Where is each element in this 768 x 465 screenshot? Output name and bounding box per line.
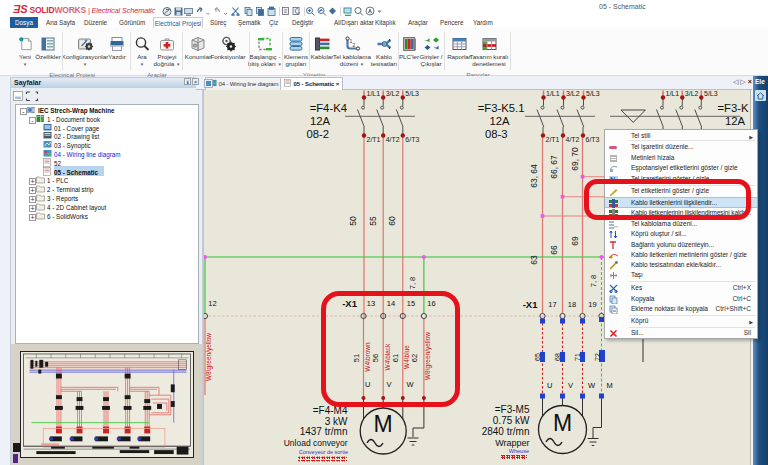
svg-text:5/L3: 5/L3 (405, 90, 419, 97)
svg-text:12A: 12A (310, 115, 331, 127)
svg-text:65: 65 (534, 353, 541, 361)
svg-text:3 kW: 3 kW (325, 416, 348, 427)
svg-text:17: 17 (548, 300, 556, 309)
svg-text:3/L2: 3/L2 (386, 90, 400, 97)
svg-text:V: V (568, 381, 573, 390)
svg-text:M: M (553, 410, 572, 436)
svg-text:12: 12 (208, 299, 216, 308)
svg-text:5/L3: 5/L3 (586, 90, 600, 97)
svg-text:60: 60 (387, 216, 397, 226)
svg-text:12A: 12A (725, 115, 746, 127)
svg-text:2/T1: 2/T1 (367, 136, 381, 143)
svg-text:U: U (547, 381, 552, 390)
svg-text:Conveyeur de sortie: Conveyeur de sortie (299, 449, 348, 455)
svg-text:68: 68 (554, 353, 561, 361)
svg-text:=F3-M5: =F3-M5 (495, 404, 530, 415)
svg-text:3/L2: 3/L2 (685, 90, 699, 97)
svg-text:66: 66 (549, 245, 559, 255)
svg-text:2: 2 (352, 42, 355, 48)
svg-text:50: 50 (348, 216, 358, 226)
svg-text:5/L3: 5/L3 (704, 90, 718, 97)
svg-text:M: M (607, 381, 613, 390)
svg-text:69: 69 (570, 236, 580, 246)
svg-text:7, 8: 7, 8 (408, 277, 417, 290)
svg-text:72: 72 (594, 353, 601, 361)
svg-text:=F4-K4: =F4-K4 (310, 102, 347, 114)
svg-text:=F3-K: =F3-K (717, 102, 749, 114)
svg-text:0.75 kW: 0.75 kW (493, 415, 530, 426)
svg-text:1/L1: 1/L1 (666, 90, 680, 97)
svg-text:4/T2: 4/T2 (566, 136, 580, 143)
svg-text:18: 18 (568, 300, 576, 309)
svg-text:1437 tr/mn: 1437 tr/mn (300, 426, 348, 437)
svg-text:2840 tr/mn: 2840 tr/mn (482, 426, 530, 437)
svg-text:W8\green/yellow: W8\green/yellow (205, 333, 213, 381)
svg-text:Wheuse: Wheuse (509, 448, 529, 454)
svg-text:=F3-K5.1: =F3-K5.1 (478, 102, 525, 114)
svg-text:1/L1: 1/L1 (367, 90, 381, 97)
svg-text:12A: 12A (489, 115, 510, 127)
svg-text:63: 63 (529, 255, 539, 265)
svg-text:-X1: -X1 (523, 299, 539, 310)
svg-text:66, 67: 66, 67 (549, 155, 559, 179)
svg-text:2/T1: 2/T1 (546, 136, 560, 143)
svg-text:4/T2: 4/T2 (386, 136, 400, 143)
svg-text:Wrapper: Wrapper (495, 438, 529, 448)
svg-text:7, 8: 7, 8 (589, 275, 598, 288)
svg-text:M: M (374, 411, 393, 437)
svg-text:W: W (588, 381, 596, 390)
svg-text:1/L1: 1/L1 (546, 90, 560, 97)
svg-text:Unload conveyor: Unload conveyor (284, 438, 348, 448)
svg-text:71: 71 (574, 353, 581, 361)
svg-text:6/T3: 6/T3 (405, 136, 419, 143)
svg-text:↔: ↔ (613, 223, 618, 229)
svg-text:3/L2: 3/L2 (566, 90, 580, 97)
svg-text:63, 64: 63, 64 (529, 164, 539, 188)
svg-text:6/T3: 6/T3 (586, 136, 600, 143)
svg-text:08-3: 08-3 (485, 128, 508, 140)
svg-text:19: 19 (588, 300, 596, 309)
svg-text:08-2: 08-2 (306, 128, 329, 140)
svg-text:55: 55 (368, 216, 378, 226)
svg-text:69, 70: 69, 70 (570, 147, 580, 171)
